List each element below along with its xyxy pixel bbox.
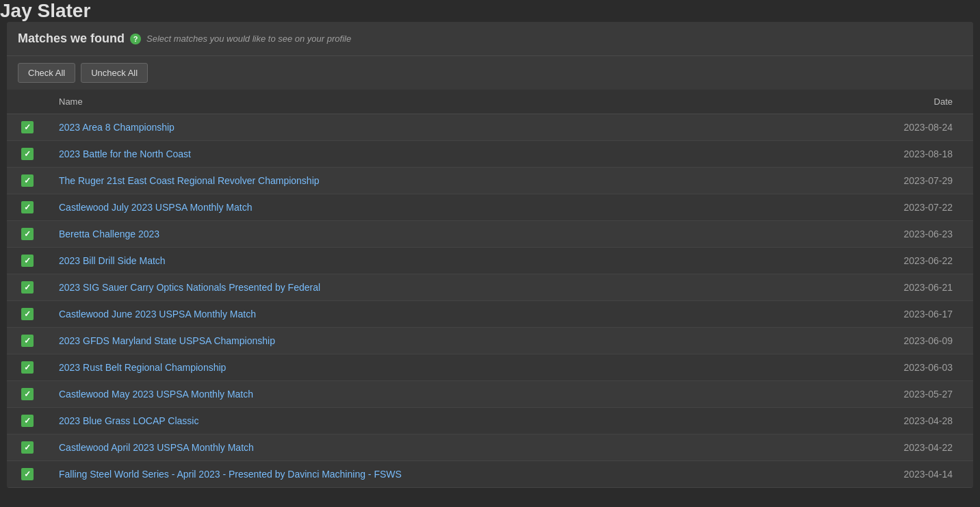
table-row: 2023 Area 8 Championship2023-08-24	[7, 114, 973, 141]
checkbox-checked[interactable]	[21, 308, 34, 320]
row-checkbox-cell	[7, 301, 48, 328]
col-header-date: Date	[806, 90, 973, 114]
uncheck-all-button[interactable]: Uncheck All	[81, 63, 148, 83]
checkbox-checked[interactable]	[21, 121, 34, 133]
matches-subtitle: Select matches you would like to see on …	[146, 34, 351, 44]
row-match-date: 2023-04-28	[806, 408, 973, 434]
row-match-name: 2023 Blue Grass LOCAP Classic	[48, 408, 806, 434]
matches-table: Name Date 2023 Area 8 Championship2023-0…	[7, 90, 973, 488]
checkbox-checked[interactable]	[21, 228, 34, 240]
checkbox-checked[interactable]	[21, 201, 34, 213]
checkbox-checked[interactable]	[21, 148, 34, 160]
row-match-date: 2023-06-03	[806, 354, 973, 381]
row-checkbox-cell	[7, 354, 48, 381]
row-checkbox-cell	[7, 114, 48, 141]
row-match-date: 2023-07-22	[806, 194, 973, 221]
row-match-name: 2023 Area 8 Championship	[48, 114, 806, 141]
checkbox-checked[interactable]	[21, 415, 34, 427]
page-title: Jay Slater	[0, 0, 980, 22]
table-row: Castlewood April 2023 USPSA Monthly Matc…	[7, 434, 973, 461]
row-checkbox-cell	[7, 328, 48, 354]
row-match-date: 2023-06-22	[806, 248, 973, 274]
matches-table-container: Name Date 2023 Area 8 Championship2023-0…	[7, 90, 973, 488]
checkbox-checked[interactable]	[21, 468, 34, 480]
row-match-date: 2023-06-21	[806, 274, 973, 301]
checkbox-checked[interactable]	[21, 281, 34, 294]
row-match-date: 2023-06-17	[806, 301, 973, 328]
row-match-date: 2023-08-18	[806, 141, 973, 168]
row-checkbox-cell	[7, 248, 48, 274]
info-icon: ?	[130, 34, 141, 44]
row-checkbox-cell	[7, 194, 48, 221]
row-checkbox-cell	[7, 274, 48, 301]
row-match-name: 2023 Battle for the North Coast	[48, 141, 806, 168]
row-match-date: 2023-08-24	[806, 114, 973, 141]
checkbox-checked[interactable]	[21, 441, 34, 454]
checkbox-checked[interactable]	[21, 361, 34, 374]
col-header-checkbox	[7, 90, 48, 114]
table-row: 2023 Battle for the North Coast2023-08-1…	[7, 141, 973, 168]
row-match-name: 2023 Rust Belt Regional Championship	[48, 354, 806, 381]
row-checkbox-cell	[7, 168, 48, 194]
row-checkbox-cell	[7, 381, 48, 408]
row-checkbox-cell	[7, 434, 48, 461]
table-row: 2023 GFDS Maryland State USPSA Champions…	[7, 328, 973, 354]
table-row: 2023 Bill Drill Side Match2023-06-22	[7, 248, 973, 274]
row-match-name: Castlewood May 2023 USPSA Monthly Match	[48, 381, 806, 408]
row-match-name: 2023 GFDS Maryland State USPSA Champions…	[48, 328, 806, 354]
checkbox-checked[interactable]	[21, 255, 34, 267]
row-match-name: 2023 Bill Drill Side Match	[48, 248, 806, 274]
check-all-button[interactable]: Check All	[18, 63, 75, 83]
row-checkbox-cell	[7, 221, 48, 248]
table-row: 2023 Blue Grass LOCAP Classic2023-04-28	[7, 408, 973, 434]
row-match-date: 2023-06-23	[806, 221, 973, 248]
col-header-name: Name	[48, 90, 806, 114]
table-header-row: Name Date	[7, 90, 973, 114]
checkbox-checked[interactable]	[21, 388, 34, 400]
table-row: Castlewood May 2023 USPSA Monthly Match2…	[7, 381, 973, 408]
row-match-name: The Ruger 21st East Coast Regional Revol…	[48, 168, 806, 194]
table-row: Falling Steel World Series - April 2023 …	[7, 461, 973, 488]
matches-section: Matches we found ? Select matches you wo…	[7, 22, 973, 488]
table-row: Castlewood July 2023 USPSA Monthly Match…	[7, 194, 973, 221]
checkbox-checked[interactable]	[21, 335, 34, 347]
checkbox-checked[interactable]	[21, 174, 34, 187]
row-match-date: 2023-05-27	[806, 381, 973, 408]
row-checkbox-cell	[7, 141, 48, 168]
row-match-date: 2023-04-22	[806, 434, 973, 461]
row-match-name: Castlewood June 2023 USPSA Monthly Match	[48, 301, 806, 328]
row-match-date: 2023-04-14	[806, 461, 973, 488]
table-row: 2023 SIG Sauer Carry Optics Nationals Pr…	[7, 274, 973, 301]
row-match-date: 2023-06-09	[806, 328, 973, 354]
row-checkbox-cell	[7, 408, 48, 434]
table-row: Castlewood June 2023 USPSA Monthly Match…	[7, 301, 973, 328]
page-header: Jay Slater	[0, 0, 980, 22]
row-match-name: Castlewood April 2023 USPSA Monthly Matc…	[48, 434, 806, 461]
row-checkbox-cell	[7, 461, 48, 488]
row-match-name: Falling Steel World Series - April 2023 …	[48, 461, 806, 488]
matches-header: Matches we found ? Select matches you wo…	[7, 22, 973, 56]
row-match-name: Beretta Challenge 2023	[48, 221, 806, 248]
matches-title: Matches we found	[18, 31, 125, 46]
row-match-date: 2023-07-29	[806, 168, 973, 194]
table-row: The Ruger 21st East Coast Regional Revol…	[7, 168, 973, 194]
row-match-name: 2023 SIG Sauer Carry Optics Nationals Pr…	[48, 274, 806, 301]
table-row: Beretta Challenge 20232023-06-23	[7, 221, 973, 248]
row-match-name: Castlewood July 2023 USPSA Monthly Match	[48, 194, 806, 221]
button-row: Check All Uncheck All	[7, 56, 973, 90]
table-row: 2023 Rust Belt Regional Championship2023…	[7, 354, 973, 381]
